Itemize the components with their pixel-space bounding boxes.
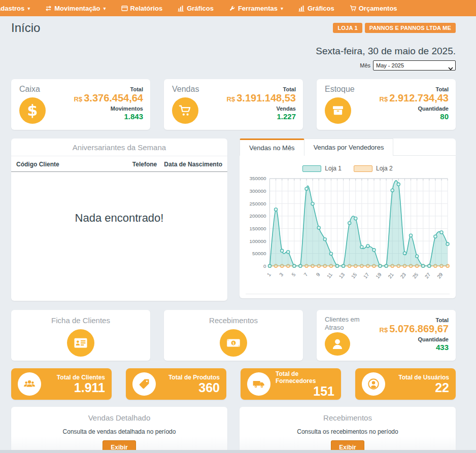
card-title: Caixa <box>19 85 46 94</box>
tab-vendas-no-mes[interactable]: Vendas no Mês <box>240 138 304 156</box>
svg-text:15: 15 <box>350 271 358 280</box>
estoque-card[interactable]: Estoque Total R$2.912.734,43 Quantidade … <box>317 79 456 130</box>
page-title: Início <box>11 21 40 35</box>
nav-item-relatorios[interactable]: Relatórios <box>121 5 163 12</box>
cart-icon <box>172 97 198 124</box>
chart-legend: Loja 1 Loja 2 <box>245 161 451 173</box>
svg-text:0: 0 <box>263 263 266 269</box>
legend-label: Loja 1 <box>325 165 342 172</box>
stat-label: Total de Fornecedores <box>276 370 334 385</box>
caret-down-icon: ▾ <box>104 6 106 11</box>
svg-text:29: 29 <box>436 271 444 280</box>
nav-item-graficos-2[interactable]: Gráficos <box>298 5 334 12</box>
nav-item-label: Movimentação <box>54 5 100 12</box>
company-badge: PANNOS E PANNOS LTDA ME <box>365 23 456 33</box>
count-value: 1.227 <box>277 112 296 122</box>
svg-text:19: 19 <box>375 271 383 280</box>
card-title: Recebimentos <box>209 316 258 325</box>
ficha-de-clientes-card[interactable]: Ficha de Clientes <box>11 310 150 361</box>
count-label: Quantidade <box>418 106 449 112</box>
svg-text:13: 13 <box>338 271 346 280</box>
panel-title: Recebimentos <box>240 413 456 422</box>
stat-label: Total de Clientes <box>57 374 105 381</box>
sales-area-chart: 0500001000001500002000002500003000003500… <box>245 173 451 292</box>
svg-text:300000: 300000 <box>250 188 267 194</box>
column-telefone: Telefone <box>132 161 157 168</box>
nav-item-label: Ferramentas <box>238 5 278 12</box>
total-clientes-card[interactable]: Total de Clientes 1.911 <box>11 368 112 400</box>
panel-description: Consulta de vendas detalhada no período <box>11 428 227 435</box>
legend-label: Loja 2 <box>376 165 393 172</box>
nav-item-label: Gráficos <box>187 5 214 12</box>
card-title: Ficha de Clientes <box>51 316 110 325</box>
total-label: Total <box>130 86 143 92</box>
card-title: Vendas <box>172 85 199 94</box>
svg-text:3: 3 <box>278 271 284 277</box>
legend-swatch-loja1 <box>302 165 321 172</box>
panel-title: Vendas Detalhado <box>11 413 227 422</box>
users-icon <box>18 372 41 396</box>
total-fornecedores-card[interactable]: Total de Fornecedores 151 <box>241 368 341 400</box>
svg-text:11: 11 <box>326 271 333 279</box>
nav-item-graficos-1[interactable]: Gráficos <box>178 5 214 12</box>
month-select[interactable]: May - 2025 <box>373 60 456 71</box>
month-select-label: Mês <box>360 62 370 68</box>
caixa-card[interactable]: Caixa $ Total R$3.376.454,64 Movimentos … <box>11 79 150 130</box>
svg-text:350000: 350000 <box>250 176 267 181</box>
total-produtos-card[interactable]: Total de Produtos 360 <box>126 368 226 400</box>
nav-item-ferramentas[interactable]: Ferramentas ▾ <box>229 5 283 12</box>
stat-value: 1.911 <box>74 381 105 394</box>
card-title: Clientes em Atraso <box>325 316 370 332</box>
count-label: Vendas <box>276 106 296 112</box>
column-codigo-cliente: Código Cliente <box>16 161 132 168</box>
money-bill-icon: 1 <box>220 329 247 357</box>
svg-text:25: 25 <box>412 271 420 280</box>
svg-text:100000: 100000 <box>250 238 267 244</box>
count-value: 1.843 <box>124 112 143 122</box>
svg-text:1: 1 <box>232 341 235 345</box>
nav-item-label: Orçamentos <box>359 5 397 12</box>
nav-item-movimentacao[interactable]: Movimentação ▾ <box>45 5 106 12</box>
stat-value: 151 <box>313 385 334 398</box>
card-title: Estoque <box>325 85 355 94</box>
tab-vendas-por-vendedores[interactable]: Vendas por Vendedores <box>304 138 394 156</box>
nav-item-label: adastros <box>0 5 24 12</box>
svg-text:7: 7 <box>302 272 309 277</box>
store-badges: LOJA 1 PANNOS E PANNOS LTDA ME <box>333 23 456 33</box>
total-value: R$2.912.734,43 <box>380 92 449 104</box>
truck-icon <box>247 372 270 396</box>
tab-strip-filler <box>393 138 456 156</box>
tag-icon <box>132 372 156 396</box>
cart-icon <box>350 5 356 12</box>
svg-text:150000: 150000 <box>250 226 267 231</box>
footer-strip <box>0 450 476 453</box>
count-value: 80 <box>440 112 449 122</box>
stat-label: Total de Produtos <box>168 374 220 381</box>
nav-item-label: Relatórios <box>130 5 163 12</box>
svg-text:23: 23 <box>399 271 407 280</box>
person-icon <box>325 332 350 356</box>
legend-item-loja1: Loja 1 <box>302 165 342 172</box>
nav-item-orcamentos[interactable]: Orçamentos <box>350 5 397 12</box>
svg-text:21: 21 <box>387 271 395 280</box>
legend-swatch-loja2 <box>354 165 372 172</box>
vendas-card[interactable]: Vendas Total R$3.191.148,53 Vendas 1.227 <box>164 79 303 130</box>
clientes-em-atraso-card[interactable]: Clientes em Atraso Total R$5.076.869,67 … <box>317 310 456 361</box>
recebimentos-card[interactable]: Recebimentos 1 <box>164 310 303 361</box>
box-icon <box>325 97 351 124</box>
total-usuarios-card[interactable]: Total de Usuários 22 <box>355 368 456 400</box>
nav-item-label: Gráficos <box>308 5 334 12</box>
bar-chart-icon <box>298 5 305 12</box>
nav-item-cadastros[interactable]: adastros ▾ <box>0 5 30 12</box>
stat-label: Total de Usuários <box>398 374 449 381</box>
count-label: Movimentos <box>111 106 143 112</box>
dollar-icon: $ <box>19 97 46 124</box>
svg-text:9: 9 <box>315 271 321 277</box>
count-label: Quantidade <box>418 336 449 342</box>
svg-text:17: 17 <box>362 272 370 280</box>
count-value: 433 <box>436 342 449 353</box>
legend-item-loja2: Loja 2 <box>354 165 393 172</box>
chart-tabs: Vendas no Mês Vendas por Vendedores <box>240 138 456 156</box>
current-date: Sexta-feira, 30 de maio de 2025. <box>11 46 456 57</box>
chart-body: Loja 1 Loja 2 05000010000015000020000025… <box>240 156 456 298</box>
